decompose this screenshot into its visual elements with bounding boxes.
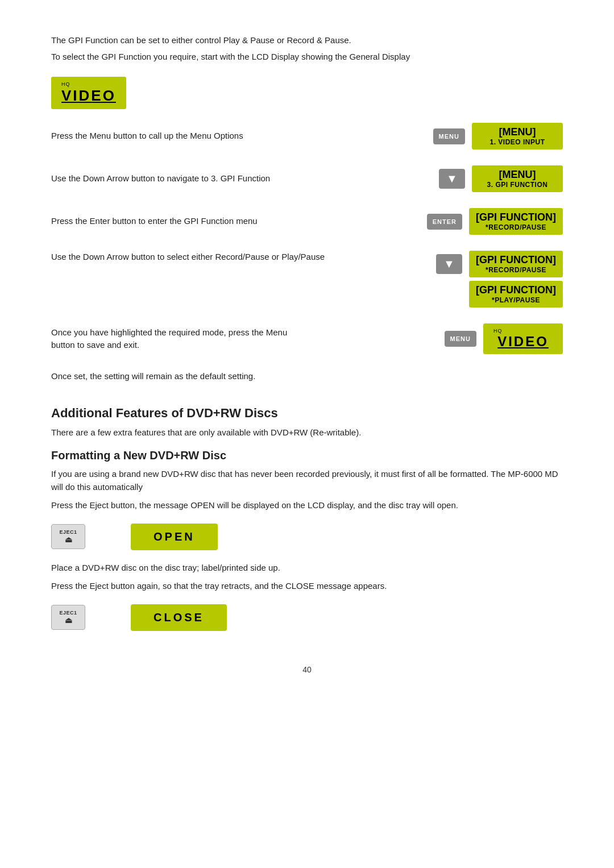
step-3-text: Press the Enter button to enter the GPI … (51, 215, 427, 228)
eject-button-2[interactable]: EJEC1 ⏏ (51, 605, 85, 630)
section2-para3: Place a DVD+RW disc on the disc tray; la… (51, 562, 563, 575)
lcd-line1-1: [MENU] (479, 126, 556, 138)
eject-open-row: EJEC1 ⏏ OPEN (51, 524, 563, 550)
once-set-text: Once set, the setting will remain as the… (51, 370, 563, 383)
lcd-panel-4a: [GPI FUNCTION] *RECORD/PAUSE (469, 251, 563, 277)
lcd-4a-line1: [GPI FUNCTION] (476, 254, 556, 266)
menu-button-2[interactable]: MENU (445, 331, 476, 347)
section1-text: There are a few extra features that are … (51, 426, 563, 439)
enter-button[interactable]: ENTER (427, 214, 462, 230)
step-5-text-line1: Once you have highlighted the required m… (51, 327, 287, 337)
lcd-4b-line1: [GPI FUNCTION] (476, 284, 556, 296)
menu-button-1[interactable]: MENU (433, 128, 465, 144)
step-2-row: Use the Down Arrow button to navigate to… (51, 165, 563, 192)
eject-button-1[interactable]: EJEC1 ⏏ (51, 524, 85, 549)
section2-para4: Press the Eject button again, so that th… (51, 580, 563, 593)
lcd-line2-3: *RECORD/PAUSE (476, 223, 556, 231)
lcd-line1-3: [GPI FUNCTION] (476, 211, 556, 223)
step-1-text: Press the Menu button to call up the Men… (51, 130, 433, 143)
lcd-4a-line2: *RECORD/PAUSE (476, 266, 556, 274)
step-4-row: Use the Down Arrow button to select eith… (51, 251, 563, 308)
intro-line2: To select the GPI Function you require, … (51, 51, 563, 64)
lcd-line2-1: 1. VIDEO INPUT (479, 138, 556, 146)
step-2-controls: ▼ [MENU] 3. GPI FUNCTION (439, 165, 563, 192)
lcd-open-display: OPEN (131, 524, 218, 550)
lcd-close-display: CLOSE (131, 604, 227, 631)
down-arrow-button-2[interactable]: ▼ (436, 254, 462, 274)
step-3-row: Press the Enter button to enter the GPI … (51, 208, 563, 235)
lcd-panel-4b: [GPI FUNCTION] *PLAY/PAUSE (469, 281, 563, 308)
page-number: 40 (51, 665, 563, 674)
eject-close-row: EJEC1 ⏏ CLOSE (51, 604, 563, 631)
lcd-line1-2: [MENU] (479, 169, 556, 181)
step-5-row: Once you have highlighted the required m… (51, 323, 563, 354)
step-3-controls: ENTER [GPI FUNCTION] *RECORD/PAUSE (427, 208, 563, 235)
intro-line1: The GPI Function can be set to either co… (51, 34, 563, 47)
lcd-video-display: HQ VIDEO (51, 77, 126, 109)
lcd-line2-2: 3. GPI FUNCTION (479, 181, 556, 189)
down-arrow-button-1[interactable]: ▼ (439, 169, 465, 189)
eject-label-1: EJEC1 (59, 529, 78, 535)
step-5-text: Once you have highlighted the required m… (51, 326, 445, 352)
step-4-controls: ▼ [GPI FUNCTION] *RECORD/PAUSE [GPI FUNC… (436, 251, 563, 308)
hq-small-label: HQ (493, 328, 553, 334)
lcd-panel-5-video: HQ VIDEO (483, 323, 563, 354)
lcd-4b-line2: *PLAY/PAUSE (476, 296, 556, 304)
video-big-text: VIDEO (497, 334, 549, 349)
step-4-lcd-multi: [GPI FUNCTION] *RECORD/PAUSE [GPI FUNCTI… (469, 251, 563, 308)
step-5-controls: MENU HQ VIDEO (445, 323, 563, 354)
eject-icon-2: ⏏ (59, 616, 78, 625)
lcd-panel-2: [MENU] 3. GPI FUNCTION (472, 165, 563, 192)
lcd-panel-1: [MENU] 1. VIDEO INPUT (472, 123, 563, 149)
lcd-panel-3: [GPI FUNCTION] *RECORD/PAUSE (469, 208, 563, 235)
section2-heading: Formatting a New DVD+RW Disc (51, 449, 563, 462)
video-text: VIDEO (61, 87, 116, 104)
eject-label-2: EJEC1 (59, 610, 78, 616)
step-1-controls: MENU [MENU] 1. VIDEO INPUT (433, 123, 563, 149)
eject-icon-1: ⏏ (59, 535, 78, 544)
step-4-text: Use the Down Arrow button to select eith… (51, 251, 436, 264)
section2-para1: If you are using a brand new DVD+RW disc… (51, 468, 563, 493)
step-2-text: Use the Down Arrow button to navigate to… (51, 172, 439, 185)
step-1-row: Press the Menu button to call up the Men… (51, 123, 563, 149)
section2-para2: Press the Eject button, the message OPEN… (51, 499, 563, 512)
hq-label: HQ (61, 81, 116, 87)
step-5-text-line2: button to save and exit. (51, 340, 139, 350)
section1-heading: Additional Features of DVD+RW Discs (51, 406, 563, 421)
